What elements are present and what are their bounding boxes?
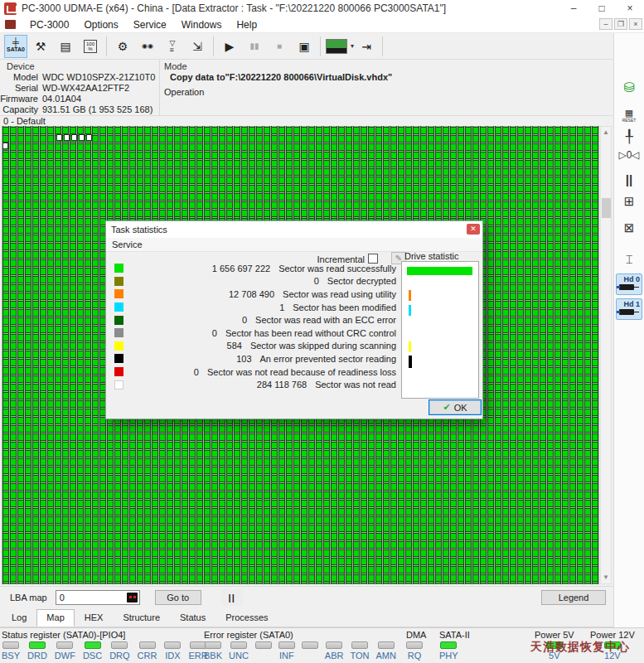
led-crr: CRR xyxy=(138,641,157,661)
toolbar-separator xyxy=(320,36,321,56)
unread-sector-block[interactable] xyxy=(56,134,62,141)
legend-button[interactable]: Legend xyxy=(541,590,606,605)
unread-sector-block[interactable] xyxy=(64,134,70,141)
terminal-icon: ⌶ xyxy=(625,252,632,266)
menu-help[interactable]: Help xyxy=(229,17,264,32)
scroll-up-icon[interactable]: ▲ xyxy=(601,127,611,138)
stat-value: 0 xyxy=(123,367,199,377)
led-inf: INF xyxy=(278,641,295,661)
toolbar-separator xyxy=(382,36,383,56)
search-button[interactable]: ◉◉ xyxy=(136,35,159,58)
stat-color-swatch xyxy=(114,302,123,312)
dialog-menu-service[interactable]: Service xyxy=(112,240,143,249)
dialog-title-bar[interactable]: Task statistics ✕ xyxy=(106,221,482,238)
database-restore-icon: ⛁ xyxy=(623,80,634,94)
map-view-button[interactable] xyxy=(325,35,348,58)
unread-sector-block[interactable] xyxy=(71,134,77,141)
led-label: ABR xyxy=(325,651,344,661)
hd0-button[interactable]: Hd 0 xyxy=(616,273,642,295)
led-phy: PHY xyxy=(439,641,458,661)
utility-tools-button[interactable]: ⚒ xyxy=(29,35,52,58)
app-window: PC-3000 UDMA-E (x64) - China - [Data Ext… xyxy=(0,0,644,663)
lba-input[interactable]: 0 xyxy=(56,590,140,605)
mdi-restore-button[interactable]: ❐ xyxy=(614,18,627,30)
stat-label: Sector was read with an ECC error xyxy=(255,315,396,325)
sata0-port-button[interactable]: ╪ SATA0 xyxy=(4,35,27,58)
tab-structure[interactable]: Structure xyxy=(113,609,170,627)
mdi-close-button[interactable]: × xyxy=(629,18,642,30)
restore-data-button[interactable]: ⛁ xyxy=(614,80,644,95)
drive-passport-button[interactable]: ▤ xyxy=(54,35,77,58)
export-folder-button[interactable]: ⇲ xyxy=(186,35,209,58)
commutation-button[interactable]: ╀ xyxy=(614,129,644,144)
tab-hex[interactable]: HEX xyxy=(75,609,114,627)
hd1-button[interactable]: Hd 1 xyxy=(616,298,642,320)
stop-task-button[interactable]: ■ xyxy=(268,35,291,58)
tab-processes[interactable]: Processes xyxy=(215,609,278,627)
current-sector-marker[interactable] xyxy=(2,143,8,149)
led-label: BBK xyxy=(204,651,222,661)
status-bar: Status register (SATA0)-[PIO4] BSYDRDDWF… xyxy=(0,627,644,663)
unread-sector-block[interactable] xyxy=(86,134,92,141)
led-indicator xyxy=(164,641,181,649)
close-all-windows-button[interactable]: ⊠ xyxy=(614,220,644,235)
tab-log[interactable]: Log xyxy=(2,609,36,627)
operation-label: Operation xyxy=(164,87,204,97)
led-indicator xyxy=(278,641,295,649)
keys-icon: ⚙ xyxy=(118,40,128,53)
menu-options[interactable]: Options xyxy=(76,17,125,32)
pause-sidebar-button[interactable]: || xyxy=(614,172,644,186)
filter-button[interactable]: ▽≡ xyxy=(161,35,184,58)
pause-icon: || xyxy=(626,172,632,186)
led-indicator xyxy=(2,641,19,649)
sound-control-button[interactable]: ▷0◁ xyxy=(614,149,644,161)
scroll-down-icon[interactable]: ▼ xyxy=(601,572,611,583)
stat-label: Sector decrypted xyxy=(327,276,396,286)
maximize-button[interactable]: □ xyxy=(588,0,616,17)
terminal-button[interactable]: ⌶ xyxy=(614,252,644,267)
pause-task-button[interactable]: ▮▮ xyxy=(243,35,266,58)
menu-windows[interactable]: Windows xyxy=(174,17,230,32)
menu-service[interactable]: Service xyxy=(126,17,174,32)
map-pause-button[interactable]: || xyxy=(221,589,243,606)
close-button[interactable]: × xyxy=(616,0,644,17)
mode-copy-text: Copy data to"F:\20221220 800066\VirtualD… xyxy=(170,72,392,82)
minimize-button[interactable]: – xyxy=(559,0,588,17)
led-label: TON xyxy=(350,651,369,661)
led-dsc: DSC xyxy=(83,641,102,661)
drive-resources-button[interactable]: 100% xyxy=(79,35,102,58)
tab-map[interactable]: Map xyxy=(36,609,74,627)
stat-value: 284 118 768 xyxy=(123,380,307,390)
stat-row: 1 656 697 222Sector was read successfull… xyxy=(114,262,396,275)
map-view-dropdown-caret[interactable]: ▾ xyxy=(351,42,354,50)
window-title: PC-3000 UDMA-E (x64) - China - [Data Ext… xyxy=(22,2,446,14)
start-task-button[interactable]: ▶ xyxy=(218,35,241,58)
exit-task-button[interactable]: ⇥ xyxy=(355,35,378,58)
drive-stat-bar xyxy=(407,267,472,275)
unread-sector-block[interactable] xyxy=(79,134,85,141)
tab-status[interactable]: Status xyxy=(170,609,215,627)
led-rq: RQ xyxy=(406,641,423,661)
lba-dropdown-icon[interactable] xyxy=(127,593,138,603)
filter-icon: ▽≡ xyxy=(170,40,176,53)
stat-color-swatch xyxy=(114,264,123,273)
dialog-close-icon[interactable]: ✕ xyxy=(467,224,480,235)
ok-button[interactable]: ✔ OK xyxy=(429,399,482,415)
security-keys-button[interactable]: ⚙ xyxy=(111,35,134,58)
map-scrollbar[interactable]: ▲ ▼ xyxy=(600,126,612,584)
mdi-minimize-button[interactable]: – xyxy=(599,18,613,30)
led-abr: ABR xyxy=(325,641,344,661)
menu-pc3000[interactable]: PC-3000 xyxy=(22,17,76,32)
utility-extensions-button[interactable]: ⊞ xyxy=(614,194,644,209)
reset-button[interactable]: ▦RESET xyxy=(614,108,644,123)
windows-cascade-button[interactable]: ▣ xyxy=(293,35,316,58)
scrollbar-thumb[interactable] xyxy=(602,198,611,218)
commutation-icon: ╀ xyxy=(625,129,632,143)
task-statistics-dialog: Task statistics ✕ Service Incremental ✎ … xyxy=(105,220,483,419)
goto-button[interactable]: Go to xyxy=(155,590,201,605)
led-label: INF xyxy=(279,651,294,661)
led-label: AMN xyxy=(376,651,396,661)
led-indicator xyxy=(351,641,368,649)
stat-value: 103 xyxy=(123,354,252,364)
stat-label: Sector was read using utility xyxy=(283,289,396,299)
